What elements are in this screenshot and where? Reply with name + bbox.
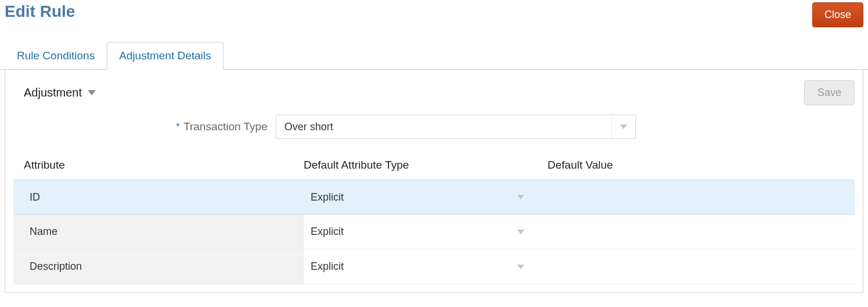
cell-default-value[interactable] xyxy=(548,180,855,214)
save-button[interactable]: Save xyxy=(804,80,855,105)
column-header-default-value: Default Value xyxy=(548,159,855,172)
cell-type-value: Explicit xyxy=(311,191,344,204)
adjustment-details-panel: Adjustment Save * Transaction Type Over … xyxy=(5,70,863,293)
page-title: Edit Rule xyxy=(5,2,75,21)
chevron-down-icon xyxy=(611,115,627,138)
table-row[interactable]: ID Explicit xyxy=(13,180,855,215)
cell-default-value[interactable] xyxy=(548,249,855,284)
chevron-down-icon xyxy=(517,265,524,269)
column-header-default-attribute-type: Default Attribute Type xyxy=(304,159,548,172)
tab-rule-conditions[interactable]: Rule Conditions xyxy=(5,42,107,70)
cell-attribute: Name xyxy=(13,215,304,249)
attributes-table: Attribute Default Attribute Type Default… xyxy=(13,154,855,284)
section-title-label: Adjustment xyxy=(24,86,82,99)
cell-type-value: Explicit xyxy=(311,226,344,238)
close-button[interactable]: Close xyxy=(812,2,863,27)
cell-attribute: Description xyxy=(13,249,304,284)
chevron-down-icon xyxy=(517,195,524,199)
section-menu-adjustment[interactable]: Adjustment xyxy=(24,86,96,99)
table-row[interactable]: Name Explicit xyxy=(13,215,855,249)
table-header: Attribute Default Attribute Type Default… xyxy=(13,154,855,180)
cell-type-value: Explicit xyxy=(311,260,344,273)
transaction-type-label: Transaction Type xyxy=(183,120,268,133)
table-row[interactable]: Description Explicit xyxy=(13,249,855,284)
cell-default-value[interactable] xyxy=(548,215,855,249)
cell-default-attribute-type-select[interactable]: Explicit xyxy=(304,215,548,249)
column-header-attribute: Attribute xyxy=(13,159,304,172)
chevron-down-icon xyxy=(88,90,96,95)
cell-default-attribute-type-select[interactable]: Explicit xyxy=(304,249,548,284)
tab-bar: Rule Conditions Adjustment Details xyxy=(0,41,868,70)
cell-attribute: ID xyxy=(13,180,304,214)
chevron-down-icon xyxy=(517,230,524,234)
transaction-type-select[interactable]: Over short xyxy=(276,115,636,139)
tab-adjustment-details[interactable]: Adjustment Details xyxy=(107,42,223,70)
required-indicator: * xyxy=(176,121,180,133)
cell-default-attribute-type-select[interactable]: Explicit xyxy=(304,180,548,214)
transaction-type-value: Over short xyxy=(284,121,333,133)
